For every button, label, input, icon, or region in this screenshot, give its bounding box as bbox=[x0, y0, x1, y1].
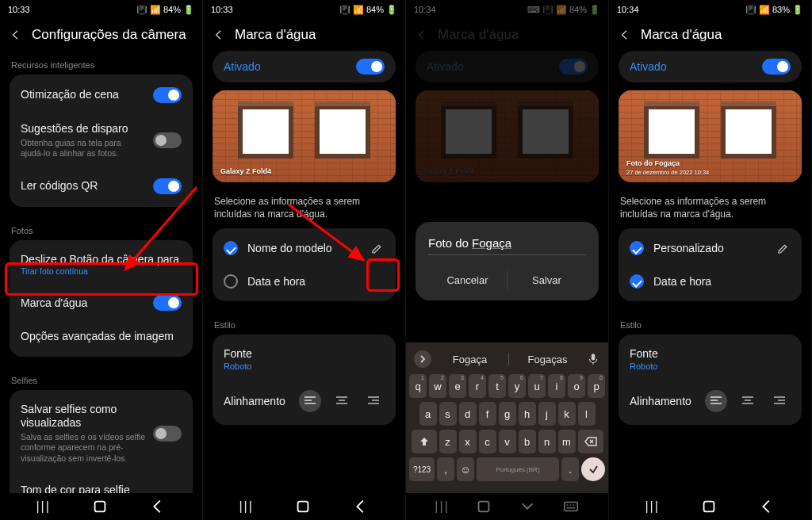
row-shot-sugg[interactable]: Sugestões de disparo Obtenha guias na te… bbox=[10, 113, 193, 169]
cancel-button[interactable]: Cancelar bbox=[428, 266, 507, 294]
master-toggle-row[interactable]: Ativado bbox=[619, 51, 802, 82]
key-r[interactable]: r4 bbox=[469, 374, 486, 398]
space-key[interactable]: Português (BR) bbox=[477, 457, 559, 481]
key-w[interactable]: w2 bbox=[429, 374, 446, 398]
row-selfie-tone[interactable]: Tom de cor para selfie Natural bbox=[10, 474, 193, 493]
key-s[interactable]: s bbox=[439, 402, 457, 426]
back-icon[interactable] bbox=[213, 29, 225, 41]
settings-scroll[interactable]: Ativado Galaxy Z Fold4 Selecione as info… bbox=[203, 51, 405, 493]
key-j[interactable]: j bbox=[538, 402, 556, 426]
key-b[interactable]: b bbox=[519, 430, 536, 453]
key-p[interactable]: p0 bbox=[588, 374, 605, 398]
scene-opt-toggle[interactable] bbox=[153, 87, 182, 103]
align-left-button[interactable] bbox=[299, 390, 321, 412]
enter-key[interactable] bbox=[581, 457, 605, 481]
opt-date-row[interactable]: Data e hora bbox=[619, 265, 802, 298]
edit-icon[interactable] bbox=[776, 241, 791, 255]
suggestion-word[interactable]: Fogaça bbox=[438, 354, 502, 365]
card-intelligent: Otimização de cena Sugestões de disparo … bbox=[10, 75, 193, 207]
expand-toolbar-button[interactable] bbox=[414, 350, 431, 368]
key-h[interactable]: h bbox=[519, 402, 536, 426]
key-t[interactable]: t5 bbox=[488, 374, 506, 398]
key-l[interactable]: l bbox=[578, 402, 596, 426]
save-button[interactable]: Salvar bbox=[508, 266, 586, 294]
row-watermark[interactable]: Marca d'água bbox=[10, 285, 193, 320]
nav-recents-icon[interactable]: ||| bbox=[239, 499, 253, 514]
font-label: Fonte bbox=[224, 347, 385, 360]
nav-back-icon[interactable] bbox=[758, 498, 776, 515]
nav-home-icon[interactable] bbox=[294, 498, 312, 515]
swipe-label: Deslize o Botão da câmera para bbox=[21, 253, 182, 267]
comma-key[interactable]: , bbox=[437, 457, 454, 481]
master-toggle[interactable] bbox=[356, 59, 385, 75]
suggestion-bar: Fogaça Fogaças bbox=[409, 347, 605, 374]
watermark-text-input[interactable]: Foto do Fogaça bbox=[428, 236, 586, 255]
key-o[interactable]: o9 bbox=[568, 374, 585, 398]
row-font[interactable]: Fonte Roboto bbox=[619, 338, 802, 380]
master-toggle[interactable] bbox=[762, 59, 791, 75]
align-center-button[interactable] bbox=[737, 390, 759, 412]
nav-recents-icon[interactable]: ||| bbox=[36, 499, 50, 514]
opt-date-check-icon[interactable] bbox=[630, 274, 644, 289]
nav-recents-icon[interactable]: ||| bbox=[645, 499, 659, 514]
opt-custom-row[interactable]: Personalizado bbox=[619, 231, 802, 265]
watermark-label: Marca d'água bbox=[21, 296, 145, 311]
align-left-button[interactable] bbox=[705, 390, 727, 412]
row-font[interactable]: Fonte Roboto bbox=[213, 338, 396, 380]
key-m[interactable]: m bbox=[558, 430, 576, 453]
opt-model-check-icon[interactable] bbox=[224, 241, 238, 255]
key-k[interactable]: k bbox=[558, 402, 576, 426]
opt-date-check-icon[interactable] bbox=[224, 274, 238, 289]
align-right-button[interactable] bbox=[768, 390, 791, 412]
key-z[interactable]: z bbox=[439, 430, 457, 453]
key-i[interactable]: i8 bbox=[548, 374, 565, 398]
opt-custom-check-icon[interactable] bbox=[630, 241, 644, 255]
key-q[interactable]: q1 bbox=[409, 374, 427, 398]
save-selfies-toggle[interactable] bbox=[153, 426, 182, 442]
key-v[interactable]: v bbox=[499, 430, 516, 453]
row-scene-opt[interactable]: Otimização de cena bbox=[10, 78, 193, 113]
watermark-toggle[interactable] bbox=[153, 295, 182, 311]
opt-date-row[interactable]: Data e hora bbox=[213, 265, 396, 298]
nav-home-icon[interactable] bbox=[91, 498, 109, 515]
nav-home-icon[interactable] bbox=[700, 498, 718, 515]
backspace-key[interactable] bbox=[578, 430, 603, 453]
input-word: Fogaça bbox=[472, 236, 511, 250]
qr-toggle[interactable] bbox=[153, 178, 182, 194]
back-icon[interactable] bbox=[619, 29, 631, 41]
key-a[interactable]: a bbox=[419, 402, 437, 426]
qr-label: Ler códigos QR bbox=[21, 179, 145, 193]
master-toggle-row[interactable]: Ativado bbox=[213, 51, 396, 82]
key-n[interactable]: n bbox=[538, 430, 556, 453]
align-center-button[interactable] bbox=[331, 390, 353, 412]
shift-key[interactable] bbox=[412, 430, 437, 453]
suggestion-word[interactable]: Fogaças bbox=[515, 354, 580, 365]
period-key[interactable]: . bbox=[561, 457, 579, 481]
key-d[interactable]: d bbox=[459, 402, 477, 426]
watermark-preview: Foto do Fogaça 27 de dezembro de 2022 10… bbox=[619, 90, 802, 182]
settings-scroll[interactable]: Ativado Foto do Fogaça 27 de dezembro de… bbox=[609, 51, 811, 493]
symbols-key[interactable]: ?123 bbox=[409, 457, 435, 481]
nav-back-icon[interactable] bbox=[149, 498, 167, 515]
key-c[interactable]: c bbox=[479, 430, 496, 453]
key-u[interactable]: u7 bbox=[528, 374, 546, 398]
signal-icon: 📶 bbox=[150, 5, 161, 15]
align-right-button[interactable] bbox=[362, 390, 385, 412]
back-icon[interactable] bbox=[10, 29, 22, 41]
row-advanced[interactable]: Opções avançadas de imagem bbox=[10, 320, 193, 354]
mic-icon[interactable] bbox=[586, 352, 600, 366]
settings-scroll[interactable]: Recursos inteligentes Otimização de cena… bbox=[0, 51, 202, 493]
edit-icon[interactable] bbox=[370, 241, 385, 255]
emoji-key[interactable]: ☺ bbox=[457, 457, 474, 481]
key-x[interactable]: x bbox=[459, 430, 477, 453]
row-save-selfies[interactable]: Salvar selfies como visualizadas Salva a… bbox=[10, 393, 193, 474]
key-y[interactable]: y6 bbox=[508, 374, 526, 398]
key-e[interactable]: e3 bbox=[449, 374, 466, 398]
shot-sugg-toggle[interactable] bbox=[153, 132, 182, 148]
row-swipe[interactable]: Deslize o Botão da câmera para Tirar fot… bbox=[10, 243, 193, 286]
row-qr[interactable]: Ler códigos QR bbox=[10, 169, 193, 204]
key-f[interactable]: f bbox=[479, 402, 496, 426]
opt-model-row[interactable]: Nome do modelo bbox=[213, 231, 396, 265]
nav-back-icon[interactable] bbox=[352, 498, 370, 515]
key-g[interactable]: g bbox=[499, 402, 516, 426]
